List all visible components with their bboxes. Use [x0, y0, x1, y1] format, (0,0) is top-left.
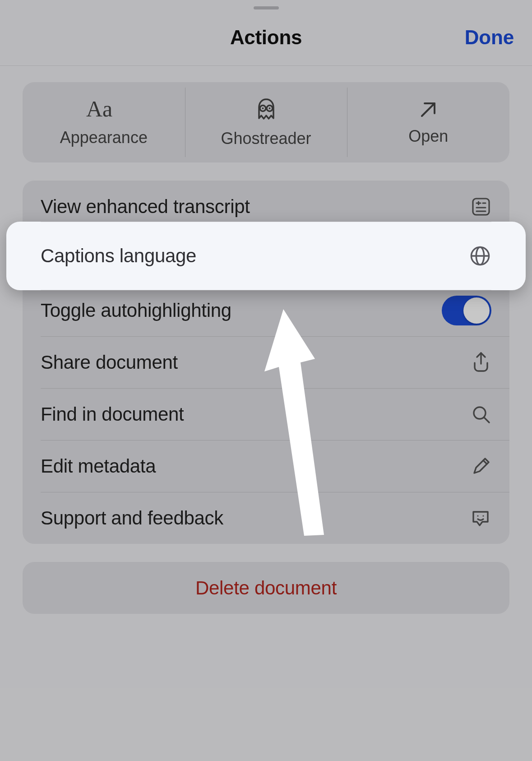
done-button[interactable]: Done — [465, 26, 514, 49]
share-document-row[interactable]: Share document — [23, 336, 509, 388]
row-label: Share document — [41, 352, 178, 373]
svg-point-20 — [477, 515, 478, 516]
feedback-icon — [470, 507, 491, 529]
sheet-header: Actions Done — [0, 9, 532, 66]
find-in-document-row[interactable]: Find in document — [23, 388, 509, 440]
delete-group: Delete document — [23, 562, 509, 614]
row-label: View enhanced transcript — [41, 196, 250, 218]
open-button[interactable]: Open — [347, 82, 509, 162]
edit-metadata-row[interactable]: Edit metadata — [23, 440, 509, 492]
top-action-label: Appearance — [60, 128, 148, 147]
ghostreader-button[interactable]: Ghostreader — [185, 82, 347, 162]
delete-document-button[interactable]: Delete document — [23, 562, 509, 614]
actions-sheet: Actions Done Aa Appearance — [0, 0, 532, 761]
row-label: Toggle autohighlighting — [41, 300, 231, 321]
delete-label: Delete document — [195, 577, 337, 599]
appearance-button[interactable]: Aa Appearance — [23, 82, 185, 162]
svg-line-18 — [484, 418, 489, 422]
transcript-icon — [471, 196, 491, 217]
svg-point-5 — [268, 107, 270, 109]
share-icon — [471, 351, 491, 374]
row-label: Find in document — [41, 404, 184, 425]
autohighlighting-switch[interactable] — [442, 296, 491, 325]
sheet-grabber[interactable] — [254, 6, 279, 9]
top-action-label: Ghostreader — [221, 129, 311, 148]
svg-point-4 — [262, 107, 264, 109]
row-label: Edit metadata — [41, 455, 156, 477]
top-actions-group: Aa Appearance Ghostreader — [23, 82, 509, 162]
captions-language-highlight[interactable]: Captions language — [6, 222, 526, 290]
top-action-label: Open — [408, 127, 448, 146]
support-and-feedback-row[interactable]: Support and feedback — [23, 492, 509, 544]
search-icon — [471, 404, 491, 425]
sheet-title: Actions — [230, 26, 302, 49]
appearance-icon: Aa — [86, 97, 121, 122]
row-label: Captions language — [41, 245, 196, 267]
pencil-icon — [471, 456, 491, 477]
svg-text:Aa: Aa — [86, 97, 112, 121]
svg-rect-7 — [473, 199, 489, 215]
ghostreader-icon — [253, 97, 279, 123]
svg-line-6 — [422, 103, 435, 116]
sheet-content: Aa Appearance Ghostreader — [0, 66, 532, 614]
globe-icon — [469, 245, 491, 267]
toggle-autohighlighting-row[interactable]: Toggle autohighlighting — [23, 284, 509, 336]
open-icon — [417, 99, 439, 121]
row-label: Support and feedback — [41, 507, 223, 529]
svg-point-21 — [482, 515, 484, 516]
